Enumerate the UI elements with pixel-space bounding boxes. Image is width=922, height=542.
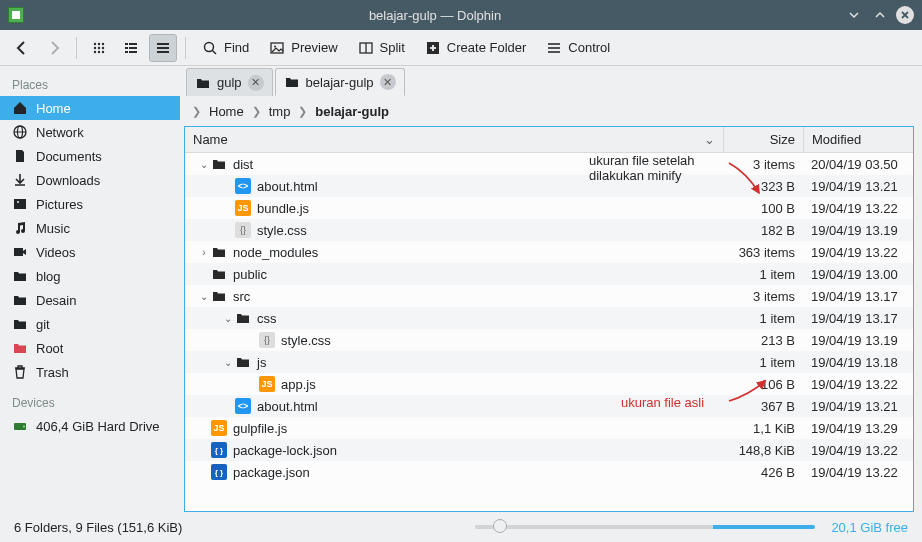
- file-row[interactable]: public1 item19/04/19 13.00: [185, 263, 913, 285]
- control-button[interactable]: Control: [538, 34, 618, 62]
- expand-toggle[interactable]: ›: [197, 247, 211, 258]
- file-row[interactable]: JSgulpfile.js1,1 KiB19/04/19 13.29: [185, 417, 913, 439]
- pictures-icon: [12, 196, 28, 212]
- svg-point-34: [17, 201, 19, 203]
- breadcrumb-item[interactable]: tmp: [269, 104, 291, 119]
- drive-icon: [12, 418, 28, 434]
- file-modified: 19/04/19 13.29: [803, 421, 913, 436]
- sidebar-item-desain[interactable]: Desain: [0, 288, 180, 312]
- file-row[interactable]: {}style.css182 B19/04/19 13.19: [185, 219, 913, 241]
- column-name[interactable]: Name⌄: [185, 132, 723, 147]
- file-row[interactable]: ⌄css1 item19/04/19 13.17: [185, 307, 913, 329]
- disk-free: 20,1 GiB free: [831, 520, 908, 535]
- find-button[interactable]: Find: [194, 34, 257, 62]
- file-modified: 19/04/19 13.21: [803, 399, 913, 414]
- sidebar-item-root[interactable]: Root: [0, 336, 180, 360]
- sidebar-item-network[interactable]: Network: [0, 120, 180, 144]
- file-list[interactable]: ⌄dist3 items20/04/19 03.50<>about.html32…: [185, 153, 913, 511]
- sidebar-item-home[interactable]: Home: [0, 96, 180, 120]
- sidebar-item-label: 406,4 GiB Hard Drive: [36, 419, 160, 434]
- breadcrumb-item[interactable]: Home: [209, 104, 244, 119]
- file-row[interactable]: ⌄dist3 items20/04/19 03.50: [185, 153, 913, 175]
- view-icons-button[interactable]: [85, 34, 113, 62]
- file-name: package.json: [233, 465, 310, 480]
- file-row[interactable]: { }package.json426 B19/04/19 13.22: [185, 461, 913, 483]
- create-folder-button[interactable]: Create Folder: [417, 34, 534, 62]
- breadcrumb-item[interactable]: belajar-gulp: [315, 104, 389, 119]
- sidebar-item-blog[interactable]: blog: [0, 264, 180, 288]
- html-file-icon: <>: [235, 398, 251, 414]
- expand-toggle[interactable]: ⌄: [197, 159, 211, 170]
- svg-rect-14: [129, 51, 137, 53]
- folder-icon: [211, 288, 227, 304]
- file-modified: 19/04/19 13.19: [803, 223, 913, 238]
- expand-toggle[interactable]: ⌄: [221, 357, 235, 368]
- sidebar-device[interactable]: 406,4 GiB Hard Drive: [0, 414, 180, 438]
- search-icon: [202, 40, 218, 56]
- minimize-button[interactable]: [844, 5, 864, 25]
- column-size[interactable]: Size: [723, 127, 803, 152]
- tab-close-button[interactable]: ✕: [380, 74, 396, 90]
- sidebar-item-trash[interactable]: Trash: [0, 360, 180, 384]
- preview-button[interactable]: Preview: [261, 34, 345, 62]
- file-size: 323 B: [723, 179, 803, 194]
- file-size: 100 B: [723, 201, 803, 216]
- json-file-icon: { }: [211, 464, 227, 480]
- view-details-button[interactable]: [149, 34, 177, 62]
- js-file-icon: JS: [235, 200, 251, 216]
- expand-toggle[interactable]: ⌄: [197, 291, 211, 302]
- file-row[interactable]: JSapp.js106 B19/04/19 13.22: [185, 373, 913, 395]
- file-name: gulpfile.js: [233, 421, 287, 436]
- tab-label: belajar-gulp: [306, 75, 374, 90]
- expand-toggle[interactable]: ⌄: [221, 313, 235, 324]
- file-modified: 19/04/19 13.22: [803, 245, 913, 260]
- tab-gulp[interactable]: gulp✕: [186, 68, 273, 96]
- svg-rect-35: [14, 248, 23, 256]
- js-file-icon: JS: [211, 420, 227, 436]
- sidebar-item-git[interactable]: git: [0, 312, 180, 336]
- folder-icon: [235, 310, 251, 326]
- places-header: Places: [0, 74, 180, 96]
- file-row[interactable]: { }package-lock.json148,8 KiB19/04/19 13…: [185, 439, 913, 461]
- folder-icon: [235, 354, 251, 370]
- sidebar-item-videos[interactable]: Videos: [0, 240, 180, 264]
- file-row[interactable]: <>about.html323 B19/04/19 13.21: [185, 175, 913, 197]
- home-icon: [12, 100, 28, 116]
- tab-belajar-gulp[interactable]: belajar-gulp✕: [275, 68, 405, 96]
- status-summary: 6 Folders, 9 Files (151,6 KiB): [14, 520, 182, 535]
- file-modified: 19/04/19 13.00: [803, 267, 913, 282]
- split-button[interactable]: Split: [350, 34, 413, 62]
- file-name: style.css: [257, 223, 307, 238]
- zoom-slider[interactable]: [475, 525, 815, 529]
- file-row[interactable]: ›node_modules363 items19/04/19 13.22: [185, 241, 913, 263]
- tab-close-button[interactable]: ✕: [248, 75, 264, 91]
- file-row[interactable]: ⌄js1 item19/04/19 13.18: [185, 351, 913, 373]
- sidebar-item-documents[interactable]: Documents: [0, 144, 180, 168]
- column-headers: Name⌄ Size Modified: [185, 127, 913, 153]
- sidebar-item-pictures[interactable]: Pictures: [0, 192, 180, 216]
- titlebar: belajar-gulp — Dolphin: [0, 0, 922, 30]
- view-compact-button[interactable]: [117, 34, 145, 62]
- file-modified: 20/04/19 03.50: [803, 157, 913, 172]
- file-row[interactable]: JSbundle.js100 B19/04/19 13.22: [185, 197, 913, 219]
- sidebar-item-downloads[interactable]: Downloads: [0, 168, 180, 192]
- file-size: 1,1 KiB: [723, 421, 803, 436]
- close-button[interactable]: [896, 6, 914, 24]
- maximize-button[interactable]: [870, 5, 890, 25]
- svg-rect-13: [125, 51, 128, 53]
- sidebar-item-label: Network: [36, 125, 84, 140]
- column-modified[interactable]: Modified: [803, 127, 913, 152]
- file-row[interactable]: {}style.css213 B19/04/19 13.19: [185, 329, 913, 351]
- breadcrumb: ❯Home❯tmp❯belajar-gulp: [180, 96, 922, 126]
- file-row[interactable]: <>about.html367 B19/04/19 13.21: [185, 395, 913, 417]
- back-button[interactable]: [8, 34, 36, 62]
- sidebar-item-label: Downloads: [36, 173, 100, 188]
- chevron-right-icon: ❯: [252, 105, 261, 118]
- file-row[interactable]: ⌄src3 items19/04/19 13.17: [185, 285, 913, 307]
- forward-button[interactable]: [40, 34, 68, 62]
- sidebar-item-label: Videos: [36, 245, 76, 260]
- svg-point-5: [102, 46, 104, 48]
- svg-rect-11: [125, 47, 128, 49]
- file-pane[interactable]: Name⌄ Size Modified ⌄dist3 items20/04/19…: [184, 126, 914, 512]
- sidebar-item-music[interactable]: Music: [0, 216, 180, 240]
